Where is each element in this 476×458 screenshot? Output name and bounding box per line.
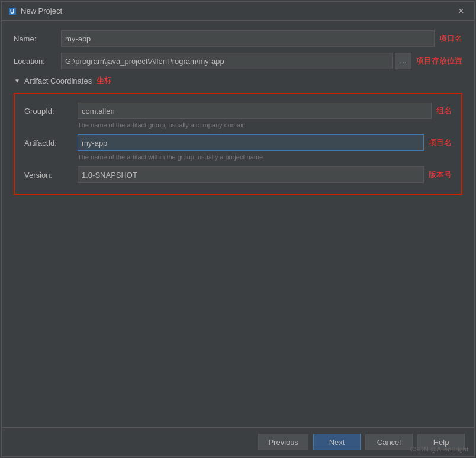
watermark: CSDN @AllenBright — [410, 446, 468, 453]
groupid-label: GroupId: — [24, 107, 78, 116]
next-button[interactable]: Next — [313, 434, 361, 450]
dialog-body: Name: 项目名 Location: … 项目存放位置 ▼ Artifact … — [2, 21, 474, 427]
groupid-annotation: 组名 — [436, 105, 452, 116]
version-label: Version: — [24, 171, 78, 180]
location-annotation: 项目存放位置 — [416, 56, 462, 66]
artifactid-annotation: 项目名 — [429, 137, 452, 148]
section-toggle[interactable]: ▼ — [14, 77, 21, 84]
artifactid-hint: The name of the artifact within the grou… — [78, 153, 452, 161]
new-project-dialog: U New Project × Name: 项目名 Location: … 项目… — [1, 1, 475, 457]
location-input[interactable] — [61, 53, 393, 69]
title-bar: U New Project × — [2, 2, 474, 21]
artifactid-label: ArtifactId: — [24, 139, 78, 148]
location-label: Location: — [14, 57, 61, 66]
location-input-group: … — [61, 53, 411, 69]
groupid-input[interactable] — [78, 103, 432, 119]
previous-button[interactable]: Previous — [258, 434, 308, 450]
section-header: ▼ Artifact Coordinates 坐标 — [14, 75, 462, 86]
cancel-button[interactable]: Cancel — [365, 434, 413, 450]
dialog-title: New Project — [21, 7, 454, 15]
version-row: Version: 版本号 — [24, 166, 452, 183]
artifactid-row: ArtifactId: 项目名 — [24, 134, 452, 151]
name-input[interactable] — [61, 30, 435, 47]
artifact-section: GroupId: 组名 The name of the artifact gro… — [14, 93, 462, 195]
version-input[interactable] — [78, 166, 424, 183]
name-row: Name: 项目名 — [14, 30, 462, 47]
section-title: Artifact Coordinates — [24, 76, 92, 85]
app-icon: U — [8, 7, 17, 16]
location-row: Location: … 项目存放位置 — [14, 53, 462, 69]
artifactid-input[interactable] — [78, 134, 424, 151]
dialog-footer: Previous Next Cancel Help — [2, 427, 474, 456]
close-button[interactable]: × — [454, 4, 468, 18]
groupid-row: GroupId: 组名 — [24, 103, 452, 119]
browse-button[interactable]: … — [395, 53, 411, 69]
svg-text:U: U — [10, 8, 14, 15]
version-annotation: 版本号 — [429, 169, 452, 180]
name-label: Name: — [14, 34, 61, 43]
groupid-hint: The name of the artifact group, usually … — [78, 121, 452, 129]
section-annotation: 坐标 — [97, 75, 112, 86]
name-annotation: 项目名 — [439, 33, 462, 44]
